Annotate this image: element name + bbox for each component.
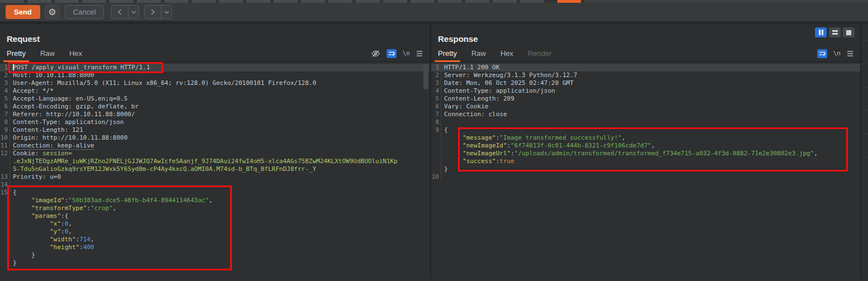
- code-line: 5Content-Length: 209: [431, 95, 860, 103]
- code-line: "success":true: [431, 158, 860, 165]
- repeater-tab[interactable]: [219, 0, 243, 3]
- repeater-tab[interactable]: [246, 0, 270, 3]
- editor-menu-icon[interactable]: [847, 51, 853, 56]
- repeater-tab[interactable]: [192, 0, 216, 3]
- layout-single-button[interactable]: [843, 27, 855, 37]
- wrap-lines-icon: [388, 51, 395, 56]
- repeater-tab[interactable]: [274, 0, 298, 3]
- code-line: 3Date: Mon, 06 Oct 2025 02:47:20 GMT: [431, 79, 860, 87]
- tab-raw[interactable]: Raw: [471, 45, 486, 61]
- history-back-button[interactable]: [112, 6, 128, 18]
- tab-hex[interactable]: Hex: [69, 45, 82, 61]
- repeater-tab-selected[interactable]: [557, 0, 581, 3]
- repeater-tab[interactable]: [55, 0, 79, 3]
- word-wrap-toggle[interactable]: [387, 49, 397, 58]
- tab-hex[interactable]: Hex: [500, 45, 513, 61]
- repeater-tab[interactable]: [520, 0, 544, 3]
- response-tab-row: PrettyRawHexRender \n: [431, 45, 860, 62]
- repeater-tab[interactable]: [328, 0, 352, 3]
- response-header: Response: [431, 24, 860, 45]
- repeater-tab[interactable]: [109, 0, 133, 3]
- code-line: 15{: [0, 189, 430, 197]
- word-wrap-toggle[interactable]: [817, 49, 827, 58]
- code-line: 5Accept-Language: en-US,en;q=0.5: [0, 95, 430, 103]
- repeater-tab[interactable]: [301, 0, 325, 3]
- repeater-tab[interactable]: [411, 0, 435, 3]
- show-newlines-toggle[interactable]: \n: [833, 50, 841, 57]
- code-line: 4Content-Type: application/json: [431, 87, 860, 95]
- code-line: "message":"Image transformed successfull…: [431, 134, 860, 142]
- chevron-left-icon: [117, 9, 122, 15]
- response-editor[interactable]: 1HTTP/1.1 200 OK2Server: Werkzeug/3.1.3 …: [431, 62, 860, 278]
- repeater-tab[interactable]: [438, 0, 462, 3]
- layout-rows-button[interactable]: [829, 27, 841, 37]
- history-forward-button[interactable]: [145, 6, 161, 18]
- layout-columns-button[interactable]: [815, 27, 827, 37]
- history-forward-group: [144, 5, 172, 19]
- code-line: }: [0, 251, 430, 259]
- layout-buttons: [815, 27, 855, 37]
- repeater-tab[interactable]: [493, 0, 517, 3]
- code-line: "newImageId":"6f74813f-0c01-444b-8321-c9…: [431, 142, 860, 150]
- code-line: .eJxNjTEOgzAMRe_iuWKjRZno2FNELjGJJWJQ7Aw…: [0, 158, 430, 165]
- code-line: 1HTTP/1.1 200 OK: [431, 64, 860, 72]
- chevron-right-icon: [150, 9, 155, 15]
- send-button[interactable]: Send: [6, 5, 40, 19]
- code-line: "x":0,: [0, 220, 430, 228]
- code-line: 2Server: Werkzeug/3.1.3 Python/3.12.7: [431, 72, 860, 79]
- tab-raw[interactable]: Raw: [40, 45, 55, 61]
- cancel-button[interactable]: Cancel: [65, 5, 104, 19]
- repeater-toolbar: Send ⚙ Cancel: [0, 3, 868, 24]
- repeater-tab[interactable]: [27, 0, 51, 3]
- history-forward-dropdown[interactable]: [161, 6, 171, 18]
- show-newlines-toggle[interactable]: \n: [403, 50, 410, 57]
- code-line: 8: [431, 118, 860, 126]
- code-line: 11Connection: keep-alive: [0, 142, 430, 150]
- tab-render[interactable]: Render: [528, 45, 552, 61]
- code-line: "width":714,: [0, 236, 430, 244]
- code-line: 1POST /apply_visual_transform HTTP/1.1: [0, 64, 430, 72]
- response-tabs: PrettyRawHexRender: [438, 45, 566, 61]
- code-line: 7Connection: close: [431, 111, 860, 118]
- code-line: 2Host: 10.10.11.88:8000: [0, 72, 430, 79]
- code-line: 14: [0, 181, 430, 189]
- request-editor-icons: \n: [371, 49, 423, 58]
- request-header: Request: [0, 24, 430, 45]
- code-line: "params":{: [0, 212, 430, 220]
- code-line: 10Origin: http://10.10.11.88:8000: [0, 134, 430, 142]
- code-line: "newImageUrl":"/uploads/admin/transforme…: [431, 150, 860, 158]
- code-line: 13Priority: u=0: [0, 173, 430, 181]
- code-line: 10: [431, 173, 860, 181]
- gear-icon: ⚙: [48, 7, 56, 17]
- code-line: 6Accept-Encoding: gzip, deflate, br: [0, 103, 430, 111]
- code-line: 7Referer: http://10.10.11.88:8000/: [0, 111, 430, 118]
- repeater-tab[interactable]: [0, 0, 24, 3]
- code-line: "height":400: [0, 244, 430, 251]
- eye-slash-icon[interactable]: [371, 50, 380, 58]
- request-tab-row: PrettyRawHex \n: [0, 45, 430, 62]
- repeater-tab[interactable]: [82, 0, 106, 3]
- editor-menu-icon[interactable]: [416, 51, 423, 56]
- code-line: 6Vary: Cookie: [431, 103, 860, 111]
- repeater-tab[interactable]: [465, 0, 489, 3]
- repeater-tab[interactable]: [356, 0, 380, 3]
- repeater-tab[interactable]: [137, 0, 161, 3]
- repeater-main-split: Request PrettyRawHex \n: [0, 24, 868, 278]
- code-line: S-Tdu5nGalioGzkq9rsYEM12JWxk5Y6Syd8m-cP4…: [0, 165, 430, 173]
- code-line: "y":0,: [0, 228, 430, 236]
- request-title: Request: [7, 33, 423, 45]
- repeater-tab[interactable]: [383, 0, 407, 3]
- send-settings-button[interactable]: ⚙: [45, 5, 60, 19]
- request-scrollbar[interactable]: [423, 64, 428, 89]
- inspector-sidebar-collapsed[interactable]: [860, 24, 868, 278]
- repeater-tab[interactable]: [164, 0, 188, 3]
- code-line: "imageId":"50b383ad-dce5-48fb-b4f4-89441…: [0, 197, 430, 204]
- tab-pretty[interactable]: Pretty: [7, 45, 26, 61]
- request-editor[interactable]: 1POST /apply_visual_transform HTTP/1.12H…: [0, 62, 430, 278]
- wrap-lines-icon: [819, 51, 826, 56]
- response-panel: Response PrettyRawHexRender \n 1HTTP/1.1…: [431, 24, 860, 278]
- history-back-dropdown[interactable]: [128, 6, 139, 18]
- history-back-group: [111, 5, 139, 19]
- tab-pretty[interactable]: Pretty: [438, 45, 457, 61]
- code-line: 8Content-Type: application/json: [0, 118, 430, 126]
